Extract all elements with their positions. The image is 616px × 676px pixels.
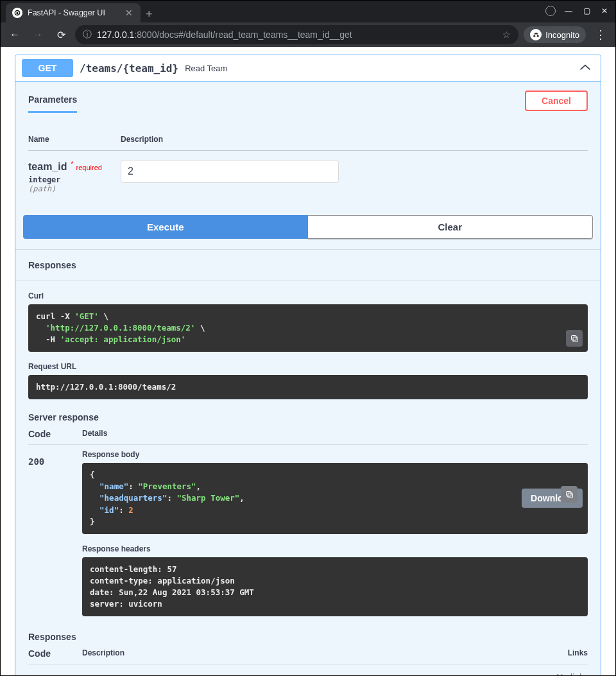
operation-block: GET /teams/{team_id} Read Team Parameter…: [15, 55, 601, 675]
param-in: (path): [28, 184, 113, 193]
bookmark-icon[interactable]: ☆: [502, 30, 511, 40]
response-body-codeblock: { "name": "Preventers", "headquarters": …: [82, 463, 588, 534]
response-schema-row: 200 Successful Response No links: [28, 664, 588, 675]
favicon-icon: ⦿: [12, 8, 22, 18]
cancel-button[interactable]: Cancel: [525, 91, 588, 111]
window-minimize-icon[interactable]: —: [560, 3, 577, 19]
svg-rect-1: [571, 335, 576, 340]
operation-desc: Read Team: [185, 64, 227, 73]
required-star-icon: *: [71, 160, 73, 168]
svg-rect-2: [568, 493, 573, 498]
copy-curl-icon[interactable]: [566, 330, 583, 347]
schema-code: 200: [28, 670, 82, 675]
close-tab-icon[interactable]: ✕: [124, 8, 134, 18]
clear-button[interactable]: Clear: [308, 215, 594, 239]
address-bar[interactable]: ⓘ 127.0.0.1:8000/docs#/default/read_team…: [75, 25, 518, 44]
request-url-label: Request URL: [28, 362, 588, 371]
server-response-label: Server response: [28, 412, 588, 422]
page-scroll[interactable]: GET /teams/{team_id} Read Team Parameter…: [1, 47, 615, 675]
schema-links: No links: [556, 670, 588, 675]
copy-body-icon[interactable]: [561, 486, 578, 503]
parameters-header: Parameters Cancel: [15, 82, 601, 113]
url-text: 127.0.0.1:8000/docs#/default/read_team_t…: [97, 30, 352, 40]
curl-label: Curl: [28, 291, 588, 300]
site-info-icon[interactable]: ⓘ: [83, 29, 92, 40]
param-name: team_id * required: [28, 160, 113, 173]
request-url-codeblock: http://127.0.0.1:8000/teams/2: [28, 375, 588, 399]
response-headers-codeblock: content-length: 57 content-type: applica…: [82, 557, 588, 617]
col-code: Code: [28, 429, 82, 439]
col-code2: Code: [28, 648, 82, 659]
tab-parameters[interactable]: Parameters: [28, 88, 77, 113]
responses-title: Responses: [15, 249, 601, 281]
param-type: integer: [28, 175, 113, 184]
col-name: Name: [28, 135, 113, 144]
new-tab-button[interactable]: +: [141, 6, 158, 22]
browser-menu-icon[interactable]: ⋮: [591, 28, 610, 42]
incognito-icon: [530, 29, 542, 40]
execute-button[interactable]: Execute: [23, 215, 308, 239]
forward-icon[interactable]: →: [29, 26, 47, 44]
col-details: Details: [82, 429, 107, 439]
chevron-up-icon[interactable]: [579, 63, 592, 73]
col-links: Links: [568, 648, 588, 659]
http-method-badge: GET: [22, 59, 73, 77]
response-headers-label: Response headers: [82, 544, 588, 553]
execute-row: Execute Clear: [15, 215, 601, 249]
back-icon[interactable]: ←: [6, 26, 24, 44]
incognito-badge[interactable]: Incognito: [524, 26, 586, 43]
col-description2: Description: [82, 648, 124, 659]
browser-tab[interactable]: ⦿ FastAPI - Swagger UI ✕: [6, 3, 141, 22]
param-input-team-id[interactable]: [121, 160, 339, 183]
window-unknown-icon[interactable]: [542, 3, 559, 19]
page-viewport: GET /teams/{team_id} Read Team Parameter…: [1, 47, 615, 675]
reload-icon[interactable]: ⟳: [52, 26, 70, 44]
browser-toolbar: ← → ⟳ ⓘ 127.0.0.1:8000/docs#/default/rea…: [1, 22, 615, 47]
window-maximize-icon[interactable]: ▢: [578, 3, 595, 19]
svg-rect-3: [566, 491, 571, 496]
browser-tabbar: ⦿ FastAPI - Swagger UI ✕ + — ▢ ✕: [1, 1, 615, 22]
response-code: 200: [28, 450, 82, 467]
responses-schema-label: Responses: [28, 632, 588, 642]
parameters-table: Name Description team_id * required inte…: [15, 113, 601, 215]
server-response-row: 200 Response body { "name": "Preventers"…: [28, 444, 588, 621]
col-description: Description: [121, 135, 163, 144]
tab-title: FastAPI - Swagger UI: [28, 8, 119, 17]
browser-window: ⦿ FastAPI - Swagger UI ✕ + — ▢ ✕ ← → ⟳ ⓘ…: [0, 0, 616, 676]
response-body-label: Response body: [82, 450, 588, 459]
curl-codeblock: curl -X 'GET' \ 'http://127.0.0.1:8000/t…: [28, 304, 588, 352]
window-controls: — ▢ ✕: [542, 3, 613, 19]
operation-summary[interactable]: GET /teams/{team_id} Read Team: [15, 55, 601, 82]
svg-rect-0: [573, 337, 578, 342]
param-row: team_id * required integer (path): [28, 151, 588, 200]
operation-path: /teams/{team_id}: [80, 62, 178, 74]
window-close-icon[interactable]: ✕: [596, 3, 613, 19]
